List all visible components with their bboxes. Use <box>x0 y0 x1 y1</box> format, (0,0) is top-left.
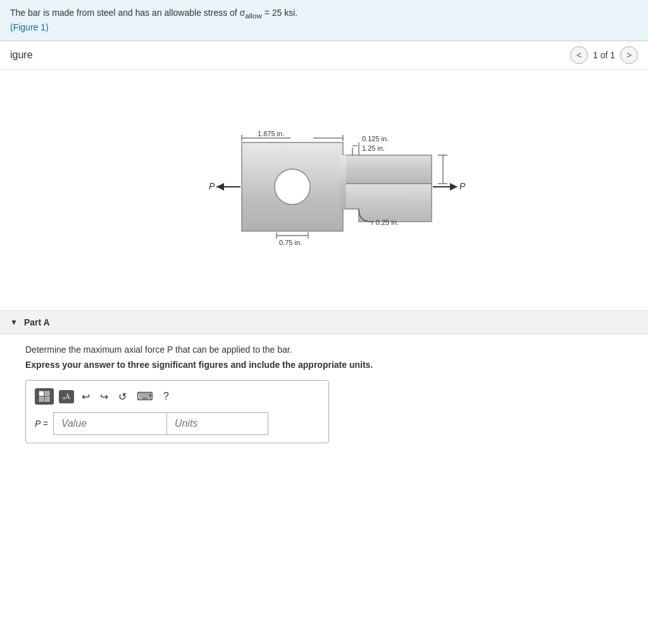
svg-point-1 <box>275 169 310 205</box>
figure-content: P P 1.875 in. 0.125 in. 1.25 in. <box>0 70 648 310</box>
svg-rect-22 <box>39 391 44 396</box>
keyboard-button[interactable]: ⌨ <box>134 388 156 405</box>
unit-icon: ₐÅ <box>63 393 70 401</box>
figure-page: 1 of 1 <box>593 50 615 60</box>
svg-rect-23 <box>45 391 49 396</box>
toolbar: ₐÅ ↩ ↪ ↺ ⌨ ? <box>35 388 320 405</box>
question-text: Determine the maximum axial force P that… <box>25 344 623 355</box>
problem-text: The bar is made from steel and has an al… <box>10 8 297 18</box>
matrix-icon <box>39 391 50 402</box>
svg-marker-6 <box>216 183 224 191</box>
help-button[interactable]: ? <box>161 389 171 403</box>
answer-box: ₐÅ ↩ ↪ ↺ ⌨ ? P = <box>25 380 329 443</box>
p-equals-label: P = <box>35 419 48 429</box>
dim-r025: r 0.25 in. <box>371 218 399 226</box>
engineering-diagram: P P 1.875 in. 0.125 in. 1.25 in. <box>166 104 482 269</box>
part-a-header[interactable]: ▼ Part A <box>0 311 648 334</box>
figure-title: igure <box>10 49 33 61</box>
next-button[interactable]: > <box>620 46 638 64</box>
p-right-label: P <box>459 181 466 191</box>
prev-button[interactable]: < <box>570 46 588 64</box>
svg-marker-3 <box>343 184 432 222</box>
p-left-label: P <box>209 181 215 191</box>
input-row: P = <box>35 412 320 435</box>
figure-header: igure < 1 of 1 > <box>0 41 648 70</box>
collapse-icon: ▼ <box>10 318 18 327</box>
instruction-text: Express your answer to three significant… <box>25 360 623 370</box>
matrix-button[interactable] <box>35 388 54 405</box>
figure-link[interactable]: (Figure 1) <box>10 22 49 32</box>
figure-nav: < 1 of 1 > <box>570 46 638 64</box>
dim-125: 1.25 in. <box>362 144 385 152</box>
svg-rect-2 <box>343 155 432 184</box>
dim-1875: 1.875 in. <box>258 130 284 137</box>
units-input[interactable] <box>167 412 268 435</box>
keyboard-icon: ⌨ <box>137 390 153 403</box>
part-a-label: Part A <box>24 317 50 327</box>
redo-button[interactable]: ↪ <box>97 389 111 404</box>
refresh-button[interactable]: ↺ <box>116 389 129 404</box>
svg-marker-8 <box>450 183 458 191</box>
problem-banner: The bar is made from steel and has an al… <box>0 0 648 41</box>
dim-0125: 0.125 in. <box>362 135 389 142</box>
svg-rect-24 <box>39 397 44 401</box>
value-input[interactable] <box>53 412 167 435</box>
unit-button[interactable]: ₐÅ <box>59 390 74 403</box>
svg-rect-25 <box>45 397 49 401</box>
svg-rect-4 <box>340 155 346 209</box>
dim-075: 0.75 in. <box>279 239 302 246</box>
figure-section: igure < 1 of 1 > <box>0 41 648 311</box>
part-a-content: Determine the maximum axial force P that… <box>0 334 648 458</box>
undo-button[interactable]: ↩ <box>79 389 92 404</box>
